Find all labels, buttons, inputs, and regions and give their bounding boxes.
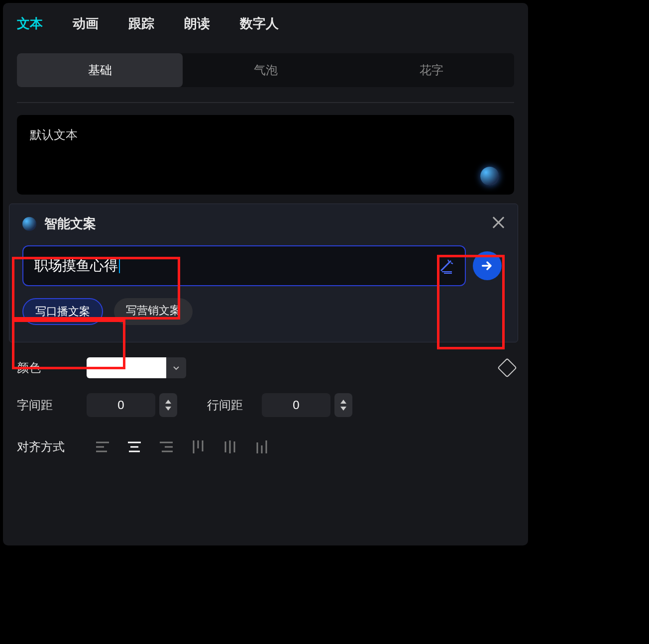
- color-label: 颜色: [17, 360, 87, 376]
- tab-track[interactable]: 跟踪: [128, 15, 154, 32]
- tab-animation[interactable]: 动画: [73, 15, 99, 32]
- subtab-fancy[interactable]: 花字: [348, 53, 514, 87]
- magic-wand-icon[interactable]: [438, 258, 454, 274]
- align-label: 对齐方式: [17, 439, 87, 455]
- text-panel: 文本 动画 跟踪 朗读 数字人 基础 气泡 花字 默认文本 智能文案 职场摸鱼心…: [3, 3, 528, 545]
- subtab-bubble[interactable]: 气泡: [183, 53, 348, 87]
- divider: [17, 102, 514, 103]
- text-content-value: 默认文本: [30, 128, 78, 141]
- ai-prompt-value: 职场摸鱼心得: [34, 256, 118, 275]
- ai-prompt-input[interactable]: 职场摸鱼心得: [22, 245, 466, 286]
- ai-panel-header: 智能文案: [22, 215, 505, 232]
- align-vert-left-icon[interactable]: [182, 434, 214, 460]
- align-buttons: [87, 434, 278, 460]
- line-spacing-input[interactable]: 0: [262, 393, 330, 417]
- text-content-box[interactable]: 默认文本: [17, 115, 514, 195]
- ai-orb-small-icon: [22, 217, 36, 231]
- tab-text[interactable]: 文本: [17, 15, 43, 32]
- top-tabs: 文本 动画 跟踪 朗读 数字人: [3, 3, 528, 41]
- letter-spacing-label: 字间距: [17, 397, 87, 413]
- ai-orb-icon[interactable]: [480, 167, 499, 186]
- chip-broadcast-copy[interactable]: 写口播文案: [22, 298, 103, 325]
- ai-panel-title: 智能文案: [44, 215, 96, 232]
- ai-copy-panel: 智能文案 职场摸鱼心得 写口播文案 写营销文案: [9, 204, 518, 342]
- subtab-basic[interactable]: 基础: [17, 53, 183, 87]
- letter-spacing-stepper[interactable]: [159, 393, 177, 417]
- color-swatch[interactable]: [87, 357, 166, 378]
- keyframe-diamond-icon[interactable]: [497, 358, 517, 378]
- align-vert-right-icon[interactable]: [246, 434, 278, 460]
- align-center-icon[interactable]: [118, 434, 150, 460]
- ai-chip-row: 写口播文案 写营销文案: [22, 298, 505, 325]
- ai-input-row: 职场摸鱼心得: [22, 245, 505, 286]
- align-row: 对齐方式: [17, 434, 514, 460]
- align-vert-center-icon[interactable]: [214, 434, 246, 460]
- color-row: 颜色: [17, 357, 514, 378]
- color-dropdown[interactable]: [166, 357, 186, 378]
- close-icon[interactable]: [491, 215, 506, 230]
- align-right-icon[interactable]: [150, 434, 182, 460]
- chip-marketing-copy[interactable]: 写营销文案: [114, 298, 193, 325]
- align-left-icon[interactable]: [87, 434, 118, 460]
- line-spacing-label: 行间距: [207, 397, 262, 413]
- text-cursor: [119, 258, 120, 273]
- line-spacing-stepper[interactable]: [334, 393, 352, 417]
- tab-avatar[interactable]: 数字人: [240, 15, 279, 32]
- letter-spacing-input[interactable]: 0: [87, 393, 155, 417]
- tab-read[interactable]: 朗读: [184, 15, 210, 32]
- spacing-row: 字间距 0 行间距 0: [17, 393, 514, 417]
- send-button[interactable]: [473, 251, 502, 280]
- sub-tabs: 基础 气泡 花字: [17, 53, 514, 87]
